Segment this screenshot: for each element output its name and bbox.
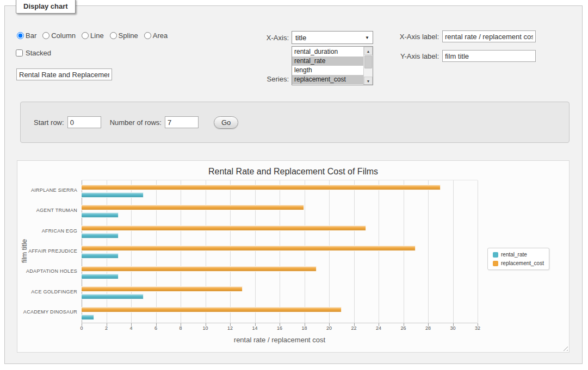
x-tick-label: 18 xyxy=(301,325,307,331)
bar-rental-rate xyxy=(82,294,144,299)
legend-swatch-replacement-cost xyxy=(493,261,498,266)
chart-type-option-label: Column xyxy=(51,32,76,40)
bar-replacement-cost xyxy=(82,286,243,292)
row-range-panel: Start row: Number of rows: Go xyxy=(20,102,570,143)
x-gridline xyxy=(181,180,181,323)
panel-title: Display chart xyxy=(16,0,76,14)
category-label: AFRICAN EGG xyxy=(17,228,77,234)
bar-rental-rate xyxy=(82,253,119,259)
chart-type-option-bar[interactable]: Bar xyxy=(17,32,36,40)
page: Display chart BarColumnLineSplineArea St… xyxy=(0,0,588,370)
category-label: AIRPLANE SIERRA xyxy=(17,187,77,193)
chart-type-radio-area[interactable] xyxy=(144,32,151,39)
bar-rental-rate xyxy=(82,233,119,239)
chart-type-option-line[interactable]: Line xyxy=(82,32,104,40)
chart-type-option-column[interactable]: Column xyxy=(42,32,76,40)
start-row-input[interactable] xyxy=(67,116,101,128)
chart-type-radios: BarColumnLineSplineArea xyxy=(17,32,168,40)
x-gridline xyxy=(453,180,454,323)
chart-type-option-label: Line xyxy=(90,32,104,40)
y-axis-label-label: Y-Axis label: xyxy=(353,52,439,60)
x-tick-label: 4 xyxy=(129,325,132,331)
bar-rental-rate xyxy=(82,315,94,320)
chart-type-option-area[interactable]: Area xyxy=(144,32,168,40)
x-axis-title: rental rate / replacement cost xyxy=(82,336,478,344)
legend-label: replacement_cost xyxy=(501,260,544,266)
x-tick-label: 28 xyxy=(425,325,431,331)
chart-type-option-label: Spline xyxy=(119,32,138,40)
bar-replacement-cost xyxy=(82,307,342,312)
series-field: Series: rental_durationrental_ratelength… xyxy=(234,46,373,85)
x-tick-label: 12 xyxy=(227,325,233,331)
chart-type-option-label: Bar xyxy=(26,32,36,40)
bar-rental-rate xyxy=(82,274,119,279)
x-gridline xyxy=(280,180,280,323)
category-label: AFFAIR PREJUDICE xyxy=(17,248,77,254)
x-gridline xyxy=(156,180,157,323)
x-axis-label-label: X-Axis label: xyxy=(353,33,439,41)
x-tick-label: 32 xyxy=(475,325,480,331)
stacked-checkbox[interactable] xyxy=(16,49,23,57)
bar-replacement-cost xyxy=(82,266,317,272)
chart-legend: rental_ratereplacement_cost xyxy=(487,248,549,270)
category-label: ACADEMY DINOSAUR xyxy=(17,309,77,315)
stacked-option[interactable]: Stacked xyxy=(16,49,51,57)
chart-type-option-spline[interactable]: Spline xyxy=(110,32,138,40)
chart-type-radio-column[interactable] xyxy=(42,32,49,39)
x-axis-field: X-Axis: title ▼ xyxy=(234,31,373,44)
y-axis-line xyxy=(82,180,82,323)
x-axis-ticks: 02468101214161820222426283032 xyxy=(82,325,478,332)
legend-item-rental-rate[interactable]: rental_rate xyxy=(493,252,544,258)
series-option-replacement-cost[interactable]: replacement_cost xyxy=(292,75,363,84)
bar-rental-rate xyxy=(82,192,144,198)
y-axis-label-field: Y-Axis label: xyxy=(353,50,536,62)
x-gridline xyxy=(478,180,478,323)
bar-replacement-cost xyxy=(82,225,366,231)
x-axis-label-input[interactable] xyxy=(442,30,536,42)
y-axis-label-input[interactable] xyxy=(442,50,536,62)
x-gridline xyxy=(255,180,256,323)
legend-label: rental_rate xyxy=(501,252,527,258)
x-gridline xyxy=(107,180,107,323)
num-rows-label: Number of rows: xyxy=(110,118,162,127)
x-tick-label: 8 xyxy=(179,325,182,331)
legend-swatch-rental-rate xyxy=(493,252,498,258)
x-gridline xyxy=(230,180,231,323)
x-tick-label: 30 xyxy=(450,325,455,331)
x-tick-label: 2 xyxy=(105,325,108,331)
x-tick-label: 0 xyxy=(80,325,83,331)
series-field-label: Series: xyxy=(234,75,289,85)
scroll-down-icon[interactable]: ▼ xyxy=(364,77,373,85)
resize-handle-icon[interactable] xyxy=(561,344,568,351)
chart-container: Rental Rate and Replacement Cost of Film… xyxy=(17,160,570,353)
x-gridline xyxy=(305,180,305,323)
display-chart-panel: Display chart BarColumnLineSplineArea St… xyxy=(4,5,583,364)
x-gridline xyxy=(428,180,429,323)
x-tick-label: 20 xyxy=(326,325,332,331)
x-axis-field-label: X-Axis: xyxy=(234,34,289,42)
plot-area xyxy=(82,180,478,323)
chart-type-radio-bar[interactable] xyxy=(17,32,24,39)
chart-title: Rental Rate and Replacement Cost of Film… xyxy=(17,167,569,177)
start-row-label: Start row: xyxy=(34,118,64,127)
x-gridline xyxy=(329,180,330,323)
legend-item-replacement-cost[interactable]: replacement_cost xyxy=(493,260,544,266)
x-gridline xyxy=(131,180,132,323)
x-tick-label: 16 xyxy=(277,325,282,331)
bar-replacement-cost xyxy=(82,246,416,251)
num-rows-input[interactable] xyxy=(165,116,199,128)
x-axis-select-value: title xyxy=(295,34,306,42)
x-axis-label-field: X-Axis label: xyxy=(353,30,536,42)
x-gridline xyxy=(404,180,404,323)
x-gridline xyxy=(206,180,206,323)
x-gridline xyxy=(379,180,379,323)
x-tick-label: 10 xyxy=(202,325,208,331)
category-label: AGENT TRUMAN xyxy=(17,208,77,213)
chart-type-radio-spline[interactable] xyxy=(110,32,117,39)
chart-title-input[interactable] xyxy=(16,68,112,80)
series-option-length[interactable]: length xyxy=(292,66,363,75)
stacked-label: Stacked xyxy=(26,49,51,57)
chart-type-radio-line[interactable] xyxy=(82,32,89,39)
bar-rental-rate xyxy=(82,212,119,218)
go-button[interactable]: Go xyxy=(214,116,238,129)
